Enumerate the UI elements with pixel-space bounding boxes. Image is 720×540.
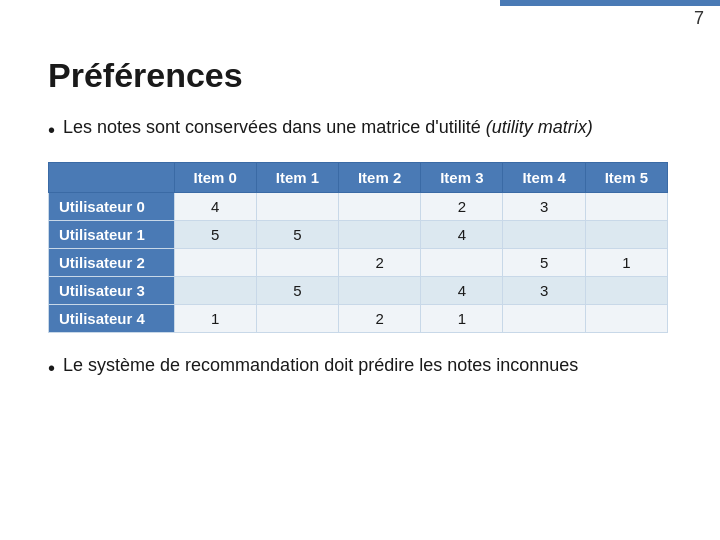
table-header-row: Item 0 Item 1 Item 2 Item 3 Item 4 Item …: [49, 163, 668, 193]
bullet-1-text: Les notes sont conservées dans une matri…: [63, 115, 593, 140]
table-row: Utilisateur 3543: [49, 277, 668, 305]
table-cell: 5: [503, 249, 585, 277]
table-row: Utilisateur 0423: [49, 193, 668, 221]
table-row-label: Utilisateur 1: [49, 221, 175, 249]
page-title: Préférences: [48, 56, 672, 95]
table-cell: 5: [256, 221, 338, 249]
table-cell: [585, 193, 667, 221]
table-header-item1: Item 1: [256, 163, 338, 193]
utility-matrix-table: Item 0 Item 1 Item 2 Item 3 Item 4 Item …: [48, 162, 668, 333]
table-cell: 2: [339, 305, 421, 333]
table-cell: 1: [421, 305, 503, 333]
bullet-1-text-italic: (utility matrix): [486, 117, 593, 137]
table-cell: [503, 305, 585, 333]
table-row: Utilisateur 1554: [49, 221, 668, 249]
table-cell: 2: [421, 193, 503, 221]
table-row: Utilisateur 4121: [49, 305, 668, 333]
bullet-2-text: Le système de recommandation doit prédir…: [63, 353, 578, 378]
bullet-1: • Les notes sont conservées dans une mat…: [48, 115, 672, 144]
table-header-empty: [49, 163, 175, 193]
table-cell: 5: [174, 221, 256, 249]
table-cell: 4: [421, 221, 503, 249]
table-header-item4: Item 4: [503, 163, 585, 193]
table-cell: 3: [503, 277, 585, 305]
table-row-label: Utilisateur 0: [49, 193, 175, 221]
bullet-dot-2: •: [48, 354, 55, 382]
table-cell: 2: [339, 249, 421, 277]
table-cell: 1: [174, 305, 256, 333]
table-cell: [503, 221, 585, 249]
table-cell: [339, 193, 421, 221]
table-header-item3: Item 3: [421, 163, 503, 193]
table-cell: [339, 277, 421, 305]
table-cell: [256, 305, 338, 333]
table-cell: 4: [174, 193, 256, 221]
table-header-item2: Item 2: [339, 163, 421, 193]
table-cell: 4: [421, 277, 503, 305]
table-row: Utilisateur 2251: [49, 249, 668, 277]
table-cell: 5: [256, 277, 338, 305]
table-cell: 1: [585, 249, 667, 277]
table-cell: [174, 249, 256, 277]
table-cell: [256, 249, 338, 277]
slide-number: 7: [694, 8, 704, 29]
table-row-label: Utilisateur 3: [49, 277, 175, 305]
bullet-dot-1: •: [48, 116, 55, 144]
table-cell: 3: [503, 193, 585, 221]
table-row-label: Utilisateur 4: [49, 305, 175, 333]
bullet-2: • Le système de recommandation doit préd…: [48, 353, 672, 382]
table-cell: [339, 221, 421, 249]
table-cell: [174, 277, 256, 305]
top-bar: [500, 0, 720, 6]
table-cell: [585, 221, 667, 249]
table-header-item0: Item 0: [174, 163, 256, 193]
table-cell: [585, 305, 667, 333]
table-cell: [421, 249, 503, 277]
table-cell: [256, 193, 338, 221]
table-cell: [585, 277, 667, 305]
table-row-label: Utilisateur 2: [49, 249, 175, 277]
table-header-item5: Item 5: [585, 163, 667, 193]
bullet-1-text-main: Les notes sont conservées dans une matri…: [63, 117, 486, 137]
